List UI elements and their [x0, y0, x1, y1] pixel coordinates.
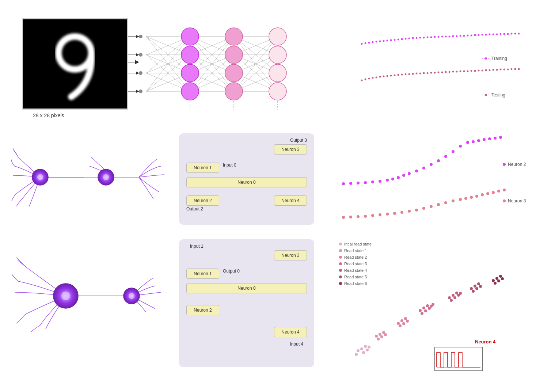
svg-point-193 [364, 181, 367, 184]
svg-point-266 [421, 312, 423, 315]
svg-point-93 [430, 37, 432, 38]
svg-point-116 [514, 33, 516, 35]
svg-point-132 [401, 74, 403, 76]
svg-point-236 [339, 262, 342, 265]
svg-point-124 [372, 77, 374, 79]
svg-point-95 [438, 36, 440, 38]
svg-point-214 [408, 210, 411, 213]
svg-point-157 [493, 69, 494, 71]
svg-point-91 [423, 37, 425, 39]
neural-network-diagram [124, 15, 307, 121]
svg-point-190 [386, 179, 389, 182]
input0-label: Input 0 [223, 163, 236, 168]
svg-point-246 [355, 353, 358, 356]
svg-point-62 [181, 28, 199, 45]
svg-text:Neuron 2: Neuron 2 [508, 162, 526, 167]
svg-point-283 [479, 285, 482, 288]
svg-point-109 [489, 34, 491, 35]
svg-point-263 [419, 309, 422, 312]
svg-text:Read state 6: Read state 6 [344, 281, 367, 286]
svg-point-76 [368, 42, 370, 44]
neuron-diagram-2: Input 1 Neuron 3 Neuron 1 Output 0 Neuro… [179, 239, 314, 367]
svg-point-195 [349, 182, 352, 185]
svg-point-83 [394, 39, 396, 41]
svg-point-150 [467, 71, 469, 72]
svg-point-244 [357, 349, 360, 352]
svg-point-285 [495, 277, 498, 280]
svg-point-234 [339, 256, 342, 259]
svg-point-248 [362, 351, 365, 354]
svg-point-216 [393, 212, 396, 215]
output2-label: Output 2 [186, 206, 203, 212]
svg-point-69 [225, 83, 243, 100]
svg-point-271 [448, 296, 451, 299]
svg-point-103 [467, 35, 469, 37]
svg-point-213 [415, 209, 418, 212]
svg-point-187 [402, 174, 405, 177]
svg-point-174 [477, 139, 480, 142]
svg-point-223 [342, 216, 345, 219]
svg-point-141 [434, 72, 436, 74]
svg-point-72 [269, 64, 286, 82]
svg-point-205 [470, 196, 473, 199]
svg-point-218 [379, 213, 381, 216]
svg-point-208 [452, 199, 455, 202]
svg-point-264 [422, 307, 425, 309]
bot-neuron4-box: Neuron 4 [274, 327, 307, 337]
mnist-size-label: 28 x 28 pixels [33, 113, 64, 118]
middle-row: Output 3 Neuron 3 Neuron 1 Input 0 Neuro… [0, 132, 536, 227]
svg-point-188 [397, 176, 400, 179]
bot-neuron2-box: Neuron 2 [186, 305, 219, 315]
svg-point-183 [430, 163, 433, 166]
svg-point-156 [489, 69, 491, 71]
neuron0-box: Neuron 0 [186, 177, 307, 187]
svg-point-242 [339, 282, 342, 285]
svg-text:Read state 3: Read state 3 [344, 262, 367, 266]
svg-point-247 [364, 345, 367, 348]
svg-point-256 [384, 333, 387, 336]
svg-point-240 [339, 275, 342, 278]
svg-point-152 [474, 70, 476, 72]
svg-point-108 [485, 34, 487, 36]
svg-point-84 [398, 39, 399, 41]
svg-point-199 [503, 189, 506, 191]
svg-point-210 [437, 203, 440, 206]
svg-point-113 [503, 33, 505, 35]
svg-point-186 [408, 172, 411, 175]
svg-point-274 [450, 299, 453, 302]
svg-point-125 [376, 77, 377, 79]
bot-neuron0-box: Neuron 0 [186, 283, 307, 293]
scatter-chart-1: Neuron 2 [336, 132, 530, 227]
svg-point-160 [503, 69, 505, 71]
svg-point-254 [377, 338, 380, 340]
svg-point-105 [474, 34, 476, 36]
svg-point-203 [481, 193, 484, 196]
svg-point-259 [404, 317, 407, 320]
bottom-right: Intial read state Read state 1 Read stat… [336, 237, 530, 380]
svg-point-182 [437, 159, 440, 162]
svg-point-227 [61, 292, 70, 300]
svg-point-130 [394, 75, 396, 76]
neuron-diagram-1: Output 3 Neuron 3 Neuron 1 Input 0 Neuro… [179, 133, 314, 225]
svg-point-134 [408, 73, 410, 75]
bot-neuron3-box: Neuron 3 [274, 250, 307, 260]
svg-text:Intial read state: Intial read state [344, 242, 372, 246]
svg-point-100 [456, 35, 458, 37]
svg-point-143 [441, 72, 443, 73]
svg-point-200 [497, 190, 500, 193]
svg-point-88 [412, 37, 414, 39]
svg-point-184 [422, 167, 425, 170]
svg-text:Read state 4: Read state 4 [344, 268, 367, 273]
svg-point-221 [357, 215, 360, 218]
svg-point-68 [225, 64, 243, 82]
svg-point-204 [475, 195, 478, 198]
svg-point-146 [452, 71, 454, 73]
neuron4-box: Neuron 4 [274, 195, 307, 206]
svg-point-137 [419, 73, 421, 75]
svg-point-201 [492, 191, 495, 194]
svg-point-114 [507, 33, 509, 35]
svg-point-1 [58, 37, 91, 69]
svg-text:Read state 1: Read state 1 [344, 248, 367, 253]
svg-point-194 [357, 182, 360, 184]
svg-point-80 [383, 40, 385, 42]
